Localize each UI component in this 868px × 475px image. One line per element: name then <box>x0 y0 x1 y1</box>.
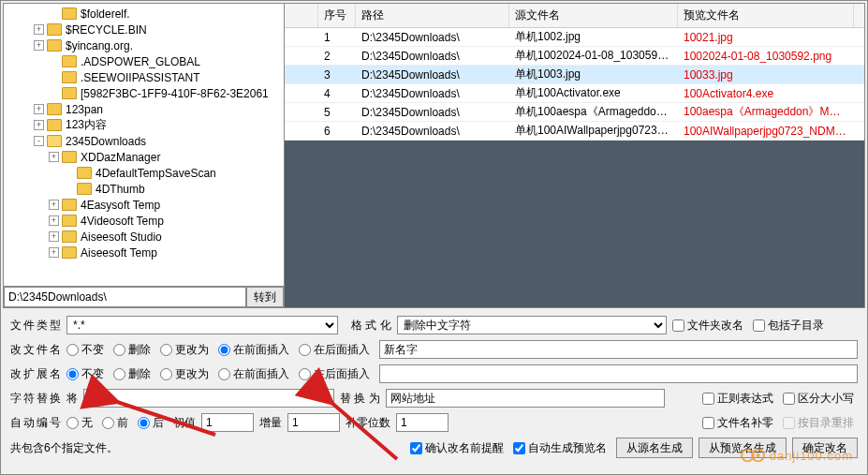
table-row[interactable]: 6D:\2345Downloads\单机100AIWallpaperjpg072… <box>285 122 864 141</box>
newext-input[interactable] <box>379 364 858 383</box>
modext-label: 改扩展名 <box>10 366 61 382</box>
tree-item[interactable]: +Aiseesoft Studio <box>4 229 284 245</box>
regex-check[interactable] <box>702 393 714 405</box>
replace-label: 字符替换 <box>10 391 61 407</box>
folder-icon <box>62 230 77 243</box>
table-row[interactable]: 1D:\2345Downloads\单机1002.jpg10021.jpg <box>285 28 864 47</box>
folder-icon <box>77 167 92 179</box>
folder-tree[interactable]: $folderelf.+$RECYCLE.BIN+$yincang.org..A… <box>4 4 284 286</box>
do-rename-button[interactable]: 确定改名 <box>792 438 858 458</box>
modname-label: 改文件名 <box>10 342 61 358</box>
go-button[interactable]: 转到 <box>246 287 284 307</box>
confirm-check[interactable] <box>410 442 422 454</box>
folder-icon <box>77 183 92 195</box>
tree-item[interactable]: +$RECYCLE.BIN <box>4 22 284 37</box>
table-row[interactable]: 4D:\2345Downloads\单机100Activator.exe100A… <box>285 84 864 103</box>
case-check[interactable] <box>783 393 795 405</box>
tree-item[interactable]: +XDDazManager <box>4 149 284 165</box>
tree-item[interactable]: +123pan <box>4 101 284 117</box>
initval-label: 初值 <box>173 415 196 431</box>
tree-item[interactable]: .SEEWOIIPASSISTANT <box>4 69 284 85</box>
mn-nochange[interactable] <box>66 344 79 356</box>
folder-icon <box>62 55 77 67</box>
folder-icon <box>62 199 77 211</box>
tree-item[interactable]: $folderelf. <box>4 6 284 22</box>
folder-icon <box>47 39 62 52</box>
folder-icon <box>62 151 77 163</box>
table-row[interactable]: ▶3D:\2345Downloads\单机1003.jpg10033.jpg <box>285 66 864 84</box>
dirreorder-check <box>783 417 795 429</box>
step-label: 增量 <box>259 415 282 431</box>
tree-item[interactable]: +4Easysoft Temp <box>4 197 284 213</box>
filetype-label: 文件类型 <box>10 318 61 334</box>
replace-from-input[interactable] <box>83 389 334 408</box>
an-back[interactable] <box>138 417 150 429</box>
tree-item[interactable]: +$yincang.org. <box>4 37 284 53</box>
me-after[interactable] <box>299 368 311 380</box>
step-input[interactable] <box>287 413 340 432</box>
format-select[interactable]: 删除中文字符 <box>397 316 667 334</box>
mn-delete[interactable] <box>113 344 125 356</box>
padzero-input[interactable] <box>396 413 449 432</box>
tree-item[interactable]: +Aiseesoft Temp <box>4 245 284 260</box>
mn-before[interactable] <box>218 344 230 356</box>
autoprev-check[interactable] <box>513 442 525 454</box>
grid-header: 序号 路径 源文件名 预览文件名 <box>285 4 864 28</box>
from-src-button[interactable]: 从源名生成 <box>616 438 693 458</box>
from-prev-button[interactable]: 从预览名生成 <box>699 438 787 458</box>
initval-input[interactable] <box>201 413 254 432</box>
tree-item[interactable]: .ADSPOWER_GLOBAL <box>4 53 284 69</box>
summary-text: 共包含6个指定文件。 <box>10 440 118 456</box>
tree-item[interactable]: +4Videosoft Temp <box>4 213 284 229</box>
replace-to-input[interactable] <box>386 389 665 408</box>
folder-icon <box>62 215 77 227</box>
padzero-label: 补零位数 <box>346 415 390 431</box>
me-changeto[interactable] <box>160 368 172 380</box>
mn-changeto[interactable] <box>160 344 172 356</box>
folder-rename-check[interactable] <box>672 319 684 332</box>
take-label: 将 <box>66 391 78 407</box>
namezero-check[interactable] <box>702 417 714 429</box>
format-label: 格 式 化 <box>351 318 391 334</box>
replaceto-label: 替 换 为 <box>340 391 380 407</box>
an-none[interactable] <box>66 417 79 429</box>
path-input[interactable] <box>4 287 246 307</box>
folder-icon <box>47 23 62 36</box>
an-front[interactable] <box>102 417 114 429</box>
folder-icon <box>62 71 77 83</box>
table-row[interactable]: 2D:\2345Downloads\单机1002024-01-08_103059… <box>285 47 864 66</box>
folder-icon <box>62 246 77 259</box>
folder-icon <box>47 119 62 131</box>
autonum-label: 自动编号 <box>10 415 61 431</box>
tree-item[interactable]: 4DefaultTempSaveScan <box>4 165 284 181</box>
newname-input[interactable] <box>379 340 858 359</box>
table-row[interactable]: 5D:\2345Downloads\单机100aespa《Armageddon》… <box>285 103 864 122</box>
me-nochange[interactable] <box>66 368 79 380</box>
tree-item[interactable]: [5982F3BC-1FF9-410F-8F62-3E2061 <box>4 85 284 101</box>
me-before[interactable] <box>218 368 230 380</box>
tree-item[interactable]: 4DThumb <box>4 181 284 197</box>
folder-icon <box>62 87 77 99</box>
me-delete[interactable] <box>113 368 125 380</box>
filetype-select[interactable]: *.* <box>66 316 338 334</box>
tree-item[interactable]: -2345Downloads <box>4 133 284 149</box>
folder-icon <box>62 7 77 20</box>
folder-icon <box>47 135 62 147</box>
folder-icon <box>47 103 62 115</box>
include-sub-check[interactable] <box>753 319 765 332</box>
tree-item[interactable]: +123内容 <box>4 117 284 133</box>
mn-after[interactable] <box>299 344 311 356</box>
